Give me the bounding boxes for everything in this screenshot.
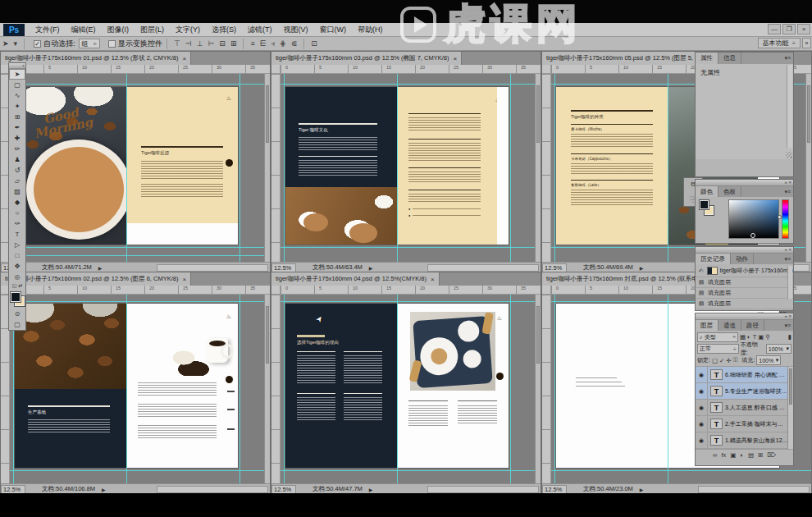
color-panel-header[interactable]: « × [696, 180, 793, 186]
properties-resize-grip[interactable] [786, 152, 792, 158]
lock-all-icon[interactable]: ⚿ [733, 356, 738, 364]
align-left-icon[interactable]: ⊣ [183, 39, 194, 48]
distribute-vcenter-icon[interactable]: ⋿ [258, 39, 269, 48]
filter-adjustment-icon[interactable]: ◐ [747, 333, 751, 341]
doc2-vscrollbar[interactable] [535, 74, 541, 262]
default-colors-icon[interactable]: ◱ [12, 282, 17, 291]
layer-row[interactable]: ◉T3.人工选豆 醇香口感 … [696, 400, 793, 416]
doc3-status-arrow-icon[interactable]: ▶ [640, 265, 644, 271]
workspace-switcher[interactable]: 基本功能÷ [758, 38, 801, 48]
lock-pixels-icon[interactable]: ✓ [719, 357, 724, 364]
distribute-hcenter-icon[interactable]: ⋐ [289, 39, 300, 48]
filter-switch-icon[interactable]: ▮ [788, 333, 791, 341]
doc3-vscrollbar[interactable] [805, 74, 811, 262]
layers-panel-header[interactable]: « × [696, 313, 793, 320]
color-foreground-swatch[interactable] [700, 200, 709, 209]
panel-menu-icon[interactable]: ▾≡ [782, 53, 793, 64]
hue-slider[interactable] [782, 199, 789, 239]
menu-filter[interactable]: 滤镜(T) [242, 25, 278, 35]
filter-pixel-icon[interactable]: ▦ [740, 333, 746, 341]
menu-image[interactable]: 图像(I) [102, 25, 135, 35]
doc4-tab[interactable]: tiger咖啡小册子175x160mm 02.psd @ 12.5% (图层 6… [1, 272, 191, 286]
layer-row[interactable]: ◉T2.手工采摘 咖啡末与… [696, 416, 793, 432]
doc5-tab-close-icon[interactable]: × [431, 276, 435, 283]
lasso-tool[interactable]: ∿ [9, 90, 25, 101]
doc2-tab[interactable]: tiger咖啡小册子175x160mm 03.psd @ 12.5% (椭圆 7… [271, 52, 462, 65]
filter-type-icon[interactable]: T [753, 333, 757, 341]
filter-smartobject-icon[interactable]: ⚲ [765, 333, 770, 341]
gradient-tool[interactable]: ▨ [9, 186, 25, 197]
healing-brush-tool[interactable]: ✚ [9, 133, 25, 144]
doc4-vscrollbar[interactable] [264, 295, 270, 483]
history-step-row[interactable]: ▤ 填充图层 [696, 277, 793, 288]
show-transform-checkbox[interactable] [108, 40, 116, 48]
auto-align-icon[interactable]: ⊡ [308, 39, 320, 48]
eyedropper-tool[interactable]: ✒ [9, 122, 25, 133]
dodge-tool[interactable]: ○ [9, 208, 25, 218]
layer-thumbnail[interactable]: T [710, 386, 723, 396]
saturation-marker[interactable] [750, 233, 755, 238]
doc5-hscrollbar[interactable] [427, 486, 539, 493]
doc2-canvas[interactable]: Tiger 咖啡文化 ♨ [271, 74, 541, 262]
align-bottom-icon[interactable]: ⊥ [194, 39, 206, 48]
blend-mode-dropdown[interactable]: 正常÷ [697, 344, 739, 354]
history-snapshot-row[interactable]: ✍ tiger咖啡小册子 175x160mm… [696, 264, 793, 277]
layer-visibility-icon[interactable]: ◉ [696, 383, 708, 399]
history-step-row[interactable]: ▤ 填充图层 [696, 299, 793, 309]
link-layers-icon[interactable]: ∞ [713, 451, 717, 459]
doc5-tab[interactable]: tiger咖啡小册子175x160mm 04.psd @ 12.5%(CMYK/… [271, 272, 440, 286]
layer-thumbnail[interactable]: T [710, 402, 723, 413]
layer-thumbnail[interactable]: T [710, 369, 723, 380]
align-top-icon[interactable]: ⊤ [171, 39, 183, 48]
doc1-tab-close-icon[interactable]: × [182, 55, 186, 62]
minimize-button[interactable]: — [768, 24, 781, 34]
layer-group-icon[interactable]: ▤ [748, 451, 754, 459]
tool-preset-dropdown-icon[interactable]: ▾ [11, 39, 21, 48]
layer-visibility-icon[interactable]: ◉ [696, 367, 708, 382]
layer-row[interactable]: ◉T5.专业生产速溶咖啡技… [696, 383, 793, 400]
layer-row[interactable]: ◉T1.精选高黎贡山海拔12… [696, 432, 793, 449]
menu-help[interactable]: 帮助(H) [352, 25, 389, 35]
auto-select-checkbox[interactable]: ✓ [34, 40, 41, 48]
doc2-status-arrow-icon[interactable]: ▶ [369, 265, 373, 271]
menu-file[interactable]: 文件(F) [30, 25, 66, 35]
history-panel-menu-icon[interactable]: ▾≡ [782, 254, 793, 264]
doc1-canvas[interactable]: Good Morning ♨ Tiger咖啡起源 [1, 74, 270, 262]
screen-mode-button[interactable]: ▢ [9, 319, 25, 330]
clone-stamp-tool[interactable]: ♟ [9, 154, 25, 165]
layer-thumbnail[interactable]: T [710, 435, 723, 446]
layer-visibility-icon[interactable]: ◉ [696, 416, 708, 432]
quick-mask-button[interactable]: ⊙ [9, 309, 25, 319]
tab-history[interactable]: 历史记录 [696, 254, 731, 264]
tab-swatches[interactable]: 色板 [718, 186, 741, 197]
menu-window[interactable]: 窗口(W) [314, 25, 353, 35]
crop-tool[interactable]: ⊞ [9, 112, 25, 122]
menu-layer[interactable]: 图层(L) [135, 25, 170, 35]
doc3-zoom-field[interactable]: 12.5% [542, 263, 567, 272]
workspace-mini-button[interactable]: » [802, 38, 811, 48]
menu-type[interactable]: 文字(Y) [170, 25, 206, 35]
layers-scrollbar[interactable] [787, 367, 793, 449]
tab-channels[interactable]: 通道 [718, 320, 741, 331]
align-vcenter-icon[interactable]: ⊞ [228, 39, 239, 48]
color-panel-menu-icon[interactable]: ▾≡ [782, 186, 793, 197]
restore-button[interactable]: ❐ [782, 24, 796, 34]
brush-tool[interactable]: ✏ [9, 144, 25, 154]
history-brush-tool[interactable]: ↺ [9, 165, 25, 176]
doc4-hscrollbar[interactable] [157, 486, 268, 493]
hue-marker[interactable] [778, 215, 782, 219]
swap-colors-icon[interactable]: ⇄ [18, 282, 22, 291]
doc2-tab-close-icon[interactable]: × [453, 55, 457, 62]
doc6-status-arrow-icon[interactable]: ▶ [640, 487, 644, 492]
menu-view[interactable]: 视图(V) [278, 25, 314, 35]
lock-position-icon[interactable]: ✛ [726, 357, 731, 364]
layer-mask-icon[interactable]: ▣ [730, 451, 736, 459]
doc2-hscrollbar[interactable] [427, 264, 539, 272]
layer-row[interactable]: ◉T6.细细研磨 用心调配 … [696, 367, 793, 383]
close-button[interactable]: × [797, 24, 810, 34]
eraser-tool[interactable]: ▱ [9, 176, 25, 186]
history-brush-source-icon[interactable]: ✍ [697, 268, 705, 274]
doc4-tab-close-icon[interactable]: × [182, 276, 186, 283]
menu-select[interactable]: 选择(S) [206, 25, 242, 35]
hand-tool[interactable]: ✥ [9, 261, 25, 272]
